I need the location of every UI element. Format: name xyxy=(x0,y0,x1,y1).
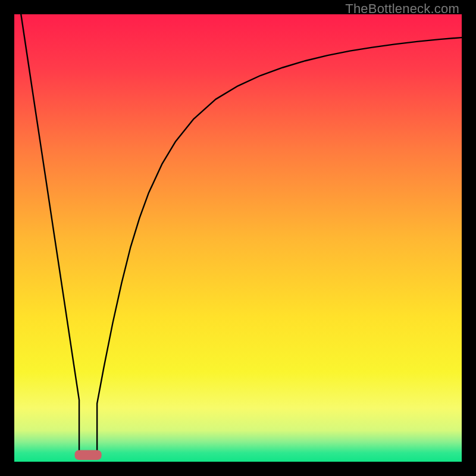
watermark-label: TheBottleneck.com xyxy=(345,1,459,17)
optimal-point-marker xyxy=(75,450,102,460)
bottleneck-curve-chart xyxy=(14,14,462,462)
chart-frame xyxy=(14,14,462,462)
heatmap-background xyxy=(14,14,462,462)
